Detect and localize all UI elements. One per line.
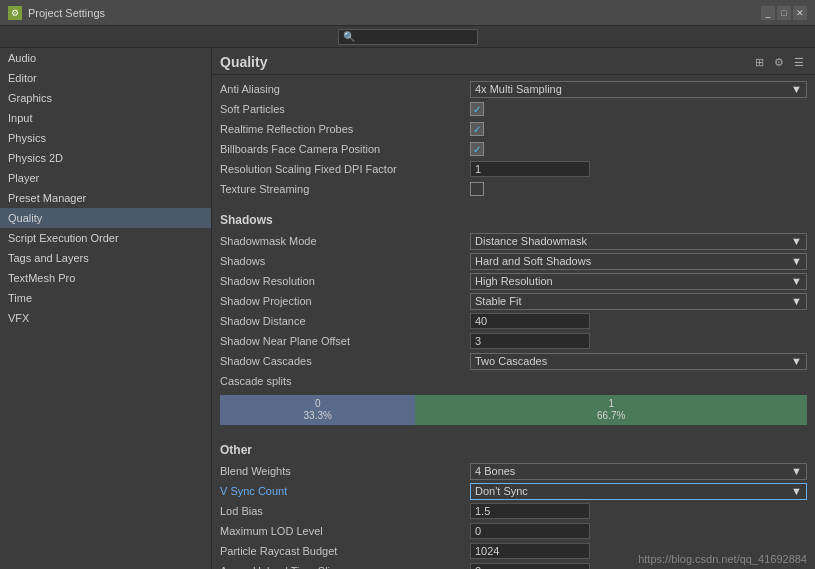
shadow-projection-row: Shadow Projection Stable Fit ▼: [212, 291, 815, 311]
shadowmask-dropdown[interactable]: Distance Shadowmask ▼: [470, 233, 807, 250]
sidebar-item-presetmanager[interactable]: Preset Manager: [0, 188, 211, 208]
shadow-projection-value[interactable]: Stable Fit ▼: [470, 293, 807, 310]
shadows-dropdown[interactable]: Hard and Soft Shadows ▼: [470, 253, 807, 270]
shadowmask-label: Shadowmask Mode: [220, 235, 470, 247]
shadow-distance-input[interactable]: [470, 313, 590, 329]
sidebar-item-physics[interactable]: Physics: [0, 128, 211, 148]
realtime-reflection-label: Realtime Reflection Probes: [220, 123, 470, 135]
sidebar-item-physics2d[interactable]: Physics 2D: [0, 148, 211, 168]
resolution-scaling-input[interactable]: [470, 161, 590, 177]
resolution-scaling-row: Resolution Scaling Fixed DPI Factor: [212, 159, 815, 179]
anti-aliasing-dropdown[interactable]: 4x Multi Sampling ▼: [470, 81, 807, 98]
search-bar: [0, 26, 815, 48]
resolution-scaling-value: [470, 161, 807, 177]
other-section-label: Other: [212, 437, 815, 461]
blend-weights-value[interactable]: 4 Bones ▼: [470, 463, 807, 480]
sidebar-item-player[interactable]: Player: [0, 168, 211, 188]
sidebar-item-input[interactable]: Input: [0, 108, 211, 128]
sidebar-item-textmeshpro[interactable]: TextMesh Pro: [0, 268, 211, 288]
menu-icon-button[interactable]: ☰: [791, 54, 807, 70]
shadows-dropdown-arrow: ▼: [791, 255, 802, 267]
content-area: Quality ⊞ ⚙ ☰ Anti Aliasing 4x Multi Sam…: [212, 48, 815, 569]
shadows-section: Shadows Shadowmask Mode Distance Shadowm…: [212, 203, 815, 433]
sidebar-item-graphics[interactable]: Graphics: [0, 88, 211, 108]
sidebar-item-vfx[interactable]: VFX: [0, 308, 211, 328]
billboards-checkbox[interactable]: [470, 142, 484, 156]
sidebar-item-time[interactable]: Time: [0, 288, 211, 308]
anti-aliasing-value[interactable]: 4x Multi Sampling ▼: [470, 81, 807, 98]
sidebar-item-editor[interactable]: Editor: [0, 68, 211, 88]
lod-bias-row: Lod Bias: [212, 501, 815, 521]
soft-particles-label: Soft Particles: [220, 103, 470, 115]
shadow-resolution-dropdown[interactable]: High Resolution ▼: [470, 273, 807, 290]
lod-bias-input[interactable]: [470, 503, 590, 519]
shadow-resolution-label: Shadow Resolution: [220, 275, 470, 287]
sidebar-item-audio[interactable]: Audio: [0, 48, 211, 68]
shadows-label: Shadows: [220, 255, 470, 267]
content-header: Quality ⊞ ⚙ ☰: [212, 48, 815, 75]
settings-icon-button[interactable]: ⚙: [771, 54, 787, 70]
billboards-label: Billboards Face Camera Position: [220, 143, 470, 155]
sidebar: Audio Editor Graphics Input Physics Phys…: [0, 48, 212, 569]
vsync-arrow: ▼: [791, 485, 802, 497]
cascade-left-value: 0: [315, 398, 321, 410]
shadow-distance-value: [470, 313, 807, 329]
texture-streaming-checkbox[interactable]: [470, 182, 484, 196]
soft-particles-checkbox[interactable]: [470, 102, 484, 116]
max-lod-input[interactable]: [470, 523, 590, 539]
cascade-left-percent: 33.3%: [304, 410, 332, 422]
vsync-dropdown[interactable]: Don't Sync ▼: [470, 483, 807, 500]
soft-particles-row: Soft Particles: [212, 99, 815, 119]
cascade-left[interactable]: 0 33.3%: [220, 395, 415, 425]
cascade-right[interactable]: 1 66.7%: [415, 395, 807, 425]
shadowmask-value[interactable]: Distance Shadowmask ▼: [470, 233, 807, 250]
async-upload-time-label: Async Upload Time Slice: [220, 565, 470, 569]
title-bar: ⚙ Project Settings _ □ ✕: [0, 0, 815, 26]
blend-weights-dropdown[interactable]: 4 Bones ▼: [470, 463, 807, 480]
maximize-button[interactable]: □: [777, 6, 791, 20]
blend-weights-row: Blend Weights 4 Bones ▼: [212, 461, 815, 481]
lod-bias-value: [470, 503, 807, 519]
billboards-value: [470, 142, 807, 156]
grid-icon-button[interactable]: ⊞: [751, 54, 767, 70]
title-bar-text: Project Settings: [28, 7, 105, 19]
shadow-resolution-arrow: ▼: [791, 275, 802, 287]
dropdown-arrow: ▼: [791, 83, 802, 95]
sidebar-item-quality[interactable]: Quality: [0, 208, 211, 228]
particle-raycast-label: Particle Raycast Budget: [220, 545, 470, 557]
shadow-projection-dropdown[interactable]: Stable Fit ▼: [470, 293, 807, 310]
lod-bias-label: Lod Bias: [220, 505, 470, 517]
cascade-splits-row: Cascade splits: [212, 371, 815, 391]
realtime-reflection-checkbox[interactable]: [470, 122, 484, 136]
vsync-label: V Sync Count: [220, 485, 470, 497]
shadow-near-plane-input[interactable]: [470, 333, 590, 349]
blend-weights-arrow: ▼: [791, 465, 802, 477]
realtime-reflection-row: Realtime Reflection Probes: [212, 119, 815, 139]
shadow-resolution-value[interactable]: High Resolution ▼: [470, 273, 807, 290]
realtime-reflection-value: [470, 122, 807, 136]
texture-streaming-label: Texture Streaming: [220, 183, 470, 195]
async-upload-time-input[interactable]: [470, 563, 590, 569]
shadow-distance-row: Shadow Distance: [212, 311, 815, 331]
shadow-projection-label: Shadow Projection: [220, 295, 470, 307]
content-title: Quality: [220, 54, 267, 70]
texture-streaming-value: [470, 182, 807, 196]
main-layout: Audio Editor Graphics Input Physics Phys…: [0, 48, 815, 569]
title-bar-controls: _ □ ✕: [761, 6, 807, 20]
close-button[interactable]: ✕: [793, 6, 807, 20]
sidebar-item-tagsandlayers[interactable]: Tags and Layers: [0, 248, 211, 268]
resolution-scaling-label: Resolution Scaling Fixed DPI Factor: [220, 163, 470, 175]
particle-raycast-input[interactable]: [470, 543, 590, 559]
shadow-near-plane-value: [470, 333, 807, 349]
cascade-splits-bar[interactable]: 0 33.3% 1 66.7%: [220, 395, 807, 425]
shadows-value[interactable]: Hard and Soft Shadows ▼: [470, 253, 807, 270]
minimize-button[interactable]: _: [761, 6, 775, 20]
vsync-value[interactable]: Don't Sync ▼: [470, 483, 807, 500]
sidebar-item-scriptexecution[interactable]: Script Execution Order: [0, 228, 211, 248]
search-input[interactable]: [338, 29, 478, 45]
shadow-cascades-value[interactable]: Two Cascades ▼: [470, 353, 807, 370]
shadow-cascades-dropdown[interactable]: Two Cascades ▼: [470, 353, 807, 370]
watermark: https://blog.csdn.net/qq_41692884: [638, 553, 807, 565]
max-lod-label: Maximum LOD Level: [220, 525, 470, 537]
blend-weights-label: Blend Weights: [220, 465, 470, 477]
